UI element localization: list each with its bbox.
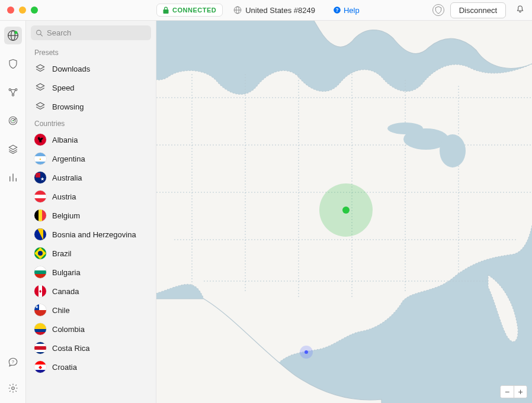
country-label: Belgium — [52, 211, 80, 220]
country-item[interactable]: Belgium — [28, 206, 153, 225]
help-label: Help — [344, 6, 360, 15]
layers-icon — [34, 63, 46, 75]
flag-icon: • — [34, 153, 46, 165]
country-item[interactable]: 🦅Albania — [28, 130, 153, 149]
country-item[interactable]: Colombia — [28, 320, 153, 338]
help-link[interactable]: ? Help — [333, 6, 360, 15]
flag-icon: ★ — [34, 304, 46, 316]
country-label: Bulgaria — [52, 268, 81, 277]
country-item[interactable]: Brazil — [28, 244, 153, 263]
gear-icon — [8, 383, 18, 394]
preset-label: Downloads — [52, 65, 90, 73]
flag-icon — [34, 342, 46, 354]
country-label: Chile — [52, 306, 70, 315]
country-label: Canada — [52, 287, 79, 296]
layers-icon — [34, 101, 46, 112]
globe-icon — [7, 30, 19, 41]
country-label: Argentina — [52, 154, 85, 163]
country-item[interactable]: Bosnia and Herzegovina — [28, 225, 153, 244]
svg-point-8 — [14, 31, 17, 34]
connection-status-chip: CONNECTED — [156, 4, 223, 17]
nav-dark-web-monitor[interactable] — [4, 112, 22, 130]
globe-icon — [233, 6, 242, 14]
countries-label: Countries — [28, 116, 153, 130]
network-icon — [8, 87, 18, 98]
shield-icon — [8, 59, 18, 69]
nav-threat-protection[interactable] — [4, 55, 22, 73]
preset-item[interactable]: Speed — [28, 78, 153, 97]
preset-item[interactable]: Browsing — [28, 97, 153, 116]
country-label: Bosnia and Herzegovina — [52, 230, 136, 239]
bell-icon — [515, 5, 525, 14]
flag-icon: 🦅 — [34, 134, 46, 146]
svg-point-31 — [440, 134, 466, 167]
country-item[interactable]: ★Australia — [28, 168, 153, 187]
chat-icon: ? — [8, 357, 18, 367]
country-item[interactable]: ★Chile — [28, 301, 153, 320]
nav-servers[interactable] — [4, 27, 22, 44]
close-window-icon[interactable] — [7, 7, 14, 14]
preset-label: Speed — [52, 83, 75, 92]
country-item[interactable]: Costa Rica — [28, 338, 153, 357]
svg-text:?: ? — [12, 360, 14, 364]
svg-point-32 — [387, 122, 423, 134]
zoom-out-button[interactable]: − — [501, 386, 514, 398]
country-item[interactable]: Bulgaria — [28, 263, 153, 282]
notifications-button[interactable] — [515, 5, 525, 16]
nav-presets[interactable] — [4, 140, 22, 158]
country-label: Croatia — [52, 363, 77, 372]
preset-label: Browsing — [52, 102, 84, 111]
fullscreen-window-icon[interactable] — [31, 7, 38, 14]
country-label: Albania — [52, 136, 78, 144]
zoom-in-button[interactable]: + — [514, 386, 527, 398]
nav-support[interactable]: ? — [4, 353, 22, 371]
minimize-window-icon[interactable] — [19, 7, 26, 14]
flag-icon — [34, 228, 46, 240]
help-icon: ? — [333, 6, 341, 14]
country-label: Colombia — [52, 325, 85, 334]
connection-status-text: CONNECTED — [172, 7, 216, 14]
search-box[interactable] — [31, 25, 151, 40]
threat-protection-icon[interactable] — [432, 4, 444, 16]
connected-server-marker[interactable] — [342, 207, 350, 214]
search-icon — [36, 29, 43, 37]
flag-icon — [34, 209, 46, 221]
country-label: Brazil — [52, 249, 72, 258]
country-label: Austria — [52, 192, 76, 201]
lock-icon — [163, 7, 169, 14]
layers-icon — [8, 144, 18, 154]
svg-text:?: ? — [335, 8, 338, 13]
country-label: Costa Rica — [52, 344, 90, 353]
user-location-marker — [305, 350, 308, 354]
layers-icon — [34, 82, 46, 94]
zoom-controls: − + — [500, 385, 527, 398]
country-item[interactable]: •Argentina — [28, 149, 153, 168]
flag-icon — [34, 191, 46, 202]
search-input[interactable] — [47, 28, 146, 37]
presets-label: Presets — [28, 45, 153, 59]
nav-statistics[interactable] — [4, 169, 22, 186]
svg-point-11 — [12, 94, 14, 96]
server-indicator[interactable]: United States #8249 — [227, 4, 321, 17]
nav-meshnet[interactable] — [4, 83, 22, 101]
flag-icon — [34, 266, 46, 278]
flag-icon: ♦ — [34, 285, 46, 297]
preset-item[interactable]: Downloads — [28, 59, 153, 78]
flag-icon — [34, 247, 46, 259]
stats-icon — [8, 172, 18, 183]
country-item[interactable]: ♦Canada — [28, 282, 153, 301]
flag-icon — [34, 323, 46, 335]
radar-icon — [8, 115, 18, 126]
svg-line-18 — [40, 34, 42, 36]
disconnect-button[interactable]: Disconnect — [450, 2, 506, 18]
window-controls[interactable] — [7, 7, 38, 14]
country-label: Australia — [52, 173, 82, 182]
country-item[interactable]: Austria — [28, 187, 153, 206]
flag-icon: ★ — [34, 172, 46, 183]
server-name: United States #8249 — [245, 6, 315, 15]
flag-icon: ◆ — [34, 361, 46, 373]
nav-settings[interactable] — [4, 379, 22, 397]
country-item[interactable]: ◆Croatia — [28, 357, 153, 376]
svg-point-16 — [11, 387, 14, 390]
map[interactable]: − + — [156, 21, 532, 403]
